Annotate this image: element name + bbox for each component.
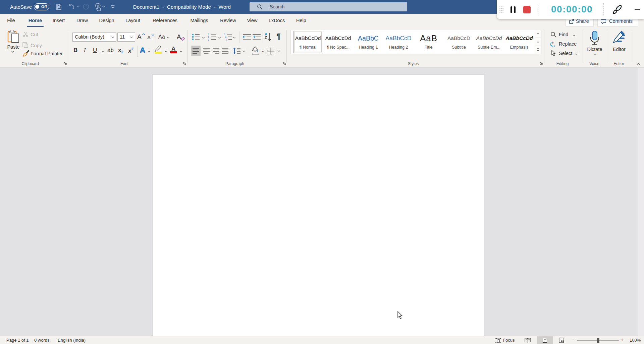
svg-text:3: 3 (208, 39, 209, 41)
svg-text:a: a (225, 36, 226, 38)
svg-text:1: 1 (224, 33, 225, 36)
svg-text:i: i (226, 39, 227, 41)
svg-text:c: c (554, 44, 555, 47)
svg-text:1: 1 (208, 33, 209, 36)
svg-text:2: 2 (208, 36, 209, 38)
